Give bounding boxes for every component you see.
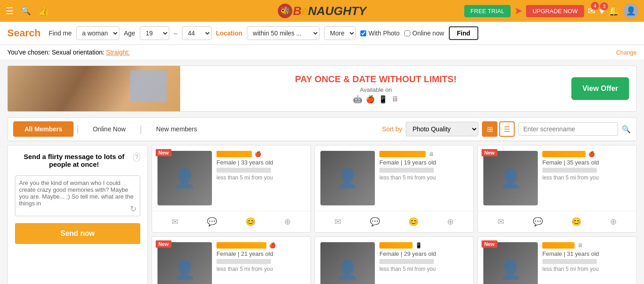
- nav-left: ☰ 🔍 👍: [5, 5, 49, 16]
- member-gender-age: Female | 19 years old: [379, 159, 468, 166]
- member-distance: less than 5 mi from you: [379, 174, 468, 181]
- member-gender-age: Female | 31 years old: [542, 250, 631, 257]
- chat-icon[interactable]: 💬: [368, 215, 382, 229]
- new-badge: New: [156, 240, 172, 248]
- desktop-icon: 🖥: [391, 95, 398, 104]
- age-min-select[interactable]: 191820: [140, 26, 169, 40]
- member-card: New 👤 🍎 Female | 33 years old less than …: [152, 145, 311, 233]
- send-mail-icon[interactable]: ✉: [170, 215, 180, 229]
- tab-sep-2: |: [140, 124, 142, 135]
- member-info-row: 👤 🖥 Female | 19 years old less than 5 mi…: [315, 145, 473, 211]
- add-icon[interactable]: ⊕: [445, 215, 456, 229]
- search-bar: Search Find me a woman a man Age 191820 …: [0, 22, 644, 45]
- age-label: Age: [124, 30, 135, 37]
- sort-area: Sort by Photo Quality Last Activity Dist…: [382, 121, 631, 137]
- member-info: 🖥 Female | 31 years old less than 5 mi f…: [542, 242, 631, 284]
- bell-icon-wrap[interactable]: 🔔: [608, 5, 619, 16]
- arrow-icon: ➤: [514, 5, 522, 17]
- member-status-blur: [379, 259, 434, 264]
- member-photo[interactable]: 👤: [157, 242, 212, 284]
- member-gender-age: Female | 33 years old: [216, 159, 305, 166]
- logo-bee-icon: 🐝: [278, 4, 292, 18]
- thumb-icon[interactable]: 👍: [38, 5, 49, 16]
- mail-badge: 4: [591, 2, 599, 10]
- sort-select[interactable]: Photo Quality Last Activity Distance: [406, 122, 478, 136]
- list-view-button[interactable]: ☰: [499, 121, 515, 137]
- member-actions: ✉ 💬 😊 ⊕: [478, 211, 636, 232]
- chat-icon[interactable]: 💬: [205, 215, 219, 229]
- tab-all-members[interactable]: All Members: [13, 121, 74, 137]
- add-icon[interactable]: ⊕: [282, 215, 293, 229]
- platform-icon: 🍎: [255, 151, 261, 157]
- search-nav-icon[interactable]: 🔍: [21, 6, 31, 16]
- flirty-title: Send a flirty message to lots of people …: [15, 153, 133, 168]
- tab-new-members[interactable]: New members: [145, 121, 208, 137]
- member-status-blur: [542, 168, 597, 173]
- with-photo-checkbox[interactable]: [360, 30, 366, 36]
- member-name-row: 🖥: [542, 242, 631, 249]
- member-gender-age: Female | 35 years old: [542, 159, 631, 166]
- new-badge: New: [482, 149, 497, 156]
- tabs-row: All Members | Online Now | New members S…: [8, 118, 636, 141]
- sort-by-label: Sort by: [382, 125, 402, 133]
- send-now-button[interactable]: Send now: [15, 223, 140, 244]
- bell-icon: 🔔: [608, 5, 619, 16]
- member-distance: less than 5 mi from you: [542, 266, 631, 272]
- view-offer-button[interactable]: View Offer: [571, 77, 629, 100]
- member-name-blur: [542, 151, 585, 157]
- smile-icon[interactable]: 😊: [407, 215, 420, 229]
- member-photo[interactable]: 👤: [483, 242, 538, 284]
- find-me-select[interactable]: a woman a man: [76, 26, 119, 40]
- send-mail-icon[interactable]: ✉: [496, 215, 506, 229]
- send-mail-icon[interactable]: ✉: [333, 215, 343, 229]
- member-photo[interactable]: 👤: [483, 151, 538, 205]
- change-link[interactable]: Change: [616, 49, 637, 56]
- member-name-row: 🍎: [216, 242, 305, 249]
- age-max-select[interactable]: 443050: [182, 26, 211, 40]
- online-now-checkbox[interactable]: [404, 30, 410, 36]
- add-icon[interactable]: ⊕: [608, 215, 619, 229]
- chat-icon[interactable]: 💬: [531, 215, 545, 229]
- refresh-icon[interactable]: ↻: [130, 204, 137, 214]
- flirty-message-textarea[interactable]: Are you the kind of woman who I could cr…: [15, 175, 140, 216]
- platform-icon: 🍎: [588, 151, 595, 157]
- online-now-label[interactable]: Online now: [404, 30, 444, 37]
- match-icon-wrap[interactable]: ♥ 3: [599, 6, 605, 16]
- member-actions: ✉ 💬 😊 ⊕: [315, 211, 473, 232]
- member-name-blur: [379, 151, 426, 157]
- tab-online-now[interactable]: Online Now: [81, 121, 137, 137]
- member-name-row: 🖥: [379, 151, 468, 157]
- flirty-textarea-wrap: Are you the kind of woman who I could cr…: [15, 175, 140, 218]
- main-content: Send a flirty message to lots of people …: [7, 145, 637, 284]
- member-distance: less than 5 mi from you: [216, 266, 305, 272]
- member-photo[interactable]: 👤: [320, 242, 375, 284]
- screenname-search-icon[interactable]: 🔍: [622, 125, 631, 134]
- mail-icon-wrap[interactable]: ✉ 4: [588, 5, 595, 16]
- help-icon[interactable]: ?: [133, 153, 140, 162]
- screenname-input[interactable]: [518, 122, 618, 136]
- member-name-blur: [216, 242, 266, 249]
- find-me-label: Find me: [49, 30, 72, 37]
- member-info: 🍎 Female | 35 years old less than 5 mi f…: [542, 151, 631, 205]
- member-photo[interactable]: 👤: [157, 151, 212, 205]
- grid-view-button[interactable]: ⊞: [482, 121, 497, 137]
- age-separator: –: [174, 30, 177, 37]
- find-button[interactable]: Find: [449, 26, 479, 40]
- mobile-icon: 📱: [379, 95, 388, 104]
- more-select[interactable]: More: [324, 26, 356, 40]
- smile-icon[interactable]: 😊: [244, 215, 257, 229]
- smile-icon[interactable]: 😊: [570, 215, 583, 229]
- member-status-blur: [379, 168, 434, 173]
- logo: 🐝 BeNAUGHTY: [278, 4, 367, 18]
- upgrade-button[interactable]: UPGRADE NOW: [526, 5, 584, 17]
- member-info-row: 👤 🍎 Female | 35 years old less than 5 mi…: [478, 145, 636, 211]
- free-trial-button[interactable]: FREE TRIAL: [464, 5, 511, 17]
- orientation-link[interactable]: Straight:: [106, 49, 130, 56]
- member-photo[interactable]: 👤: [320, 151, 375, 205]
- location-select[interactable]: within 50 miles ... within 25 miles with…: [247, 26, 320, 40]
- hamburger-icon[interactable]: ☰: [5, 5, 14, 16]
- member-photo-placeholder: 👤: [157, 242, 212, 284]
- with-photo-label[interactable]: With Photo: [360, 30, 399, 37]
- member-status-blur: [216, 259, 271, 264]
- avatar[interactable]: 👤: [623, 3, 639, 19]
